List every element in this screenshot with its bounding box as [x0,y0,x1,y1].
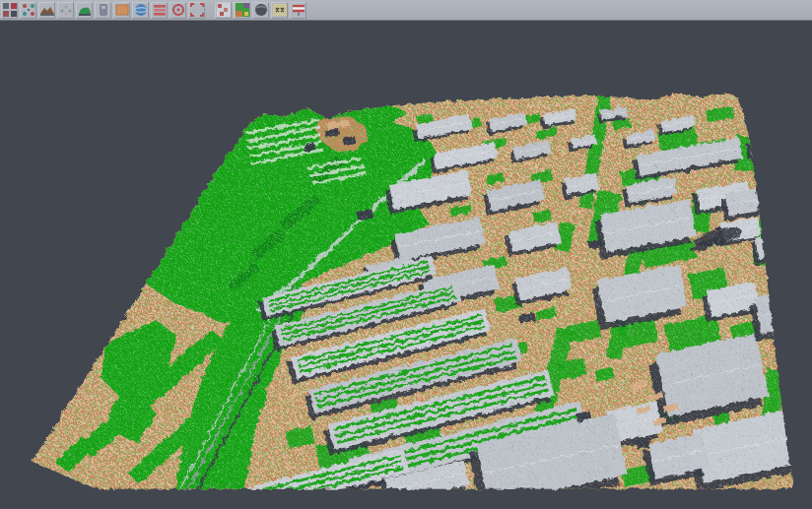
point-cloud-scene [0,21,812,509]
toolbar-button-layers-tool[interactable] [151,2,168,19]
target-tool-icon [170,2,186,18]
region-bounds-tool-icon [189,2,205,18]
toolbar-button-ground-class[interactable] [38,2,55,19]
toolbar-button-checker-tool[interactable] [215,2,232,19]
flag-tool-icon [291,2,306,18]
toolbar-button-globe-tool[interactable] [132,2,149,19]
toolbar-button-flag-tool[interactable] [290,2,306,19]
toolbar-button-ground-patch-tool[interactable] [113,2,130,19]
toolbar [0,0,812,21]
toolbar-button-vegetation-class[interactable] [76,2,93,19]
toolbar-button-magic-wand-tool[interactable] [20,2,36,19]
vegetation-class-icon [77,2,93,18]
classification-view-icon [235,2,250,18]
points-class-icon [58,2,74,18]
toolbar-button-classification-view[interactable] [234,2,250,19]
toolbar-separator [207,2,213,19]
mosaic-tool-icon [2,2,18,18]
toolbar-button-target-tool[interactable] [169,2,186,19]
toolbar-button-sphere-view[interactable] [252,2,269,19]
toolbar-button-annotation-tool[interactable] [271,2,288,19]
globe-tool-icon [133,2,149,18]
sphere-view-icon [253,2,269,18]
ground-class-icon [39,2,55,18]
toolbar-button-building-class[interactable] [95,2,111,19]
magic-wand-tool-icon [21,2,36,18]
viewport-3d[interactable] [0,21,812,509]
toolbar-button-mosaic-tool[interactable] [1,2,18,19]
application-window [0,0,812,509]
annotation-tool-icon [272,2,288,18]
toolbar-button-region-bounds-tool[interactable] [188,2,205,19]
toolbar-button-points-class[interactable] [57,2,74,19]
building-class-icon [96,2,111,18]
layers-tool-icon [152,2,168,18]
ground-patch-tool-icon [114,2,130,18]
checker-tool-icon [216,2,232,18]
